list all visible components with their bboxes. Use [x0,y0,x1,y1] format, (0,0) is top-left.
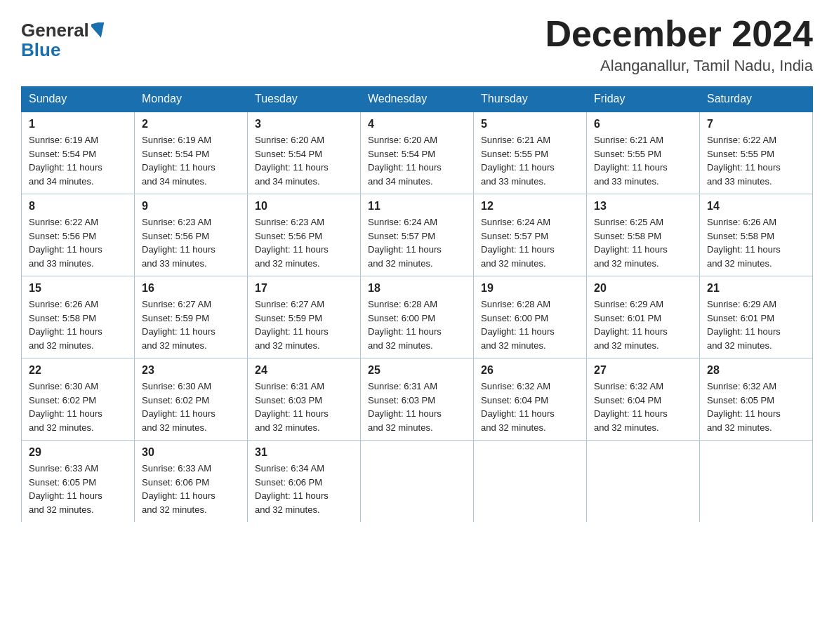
day-info: Sunrise: 6:32 AM Sunset: 6:04 PM Dayligh… [594,380,692,434]
calendar-cell: 6 Sunrise: 6:21 AM Sunset: 5:55 PM Dayli… [587,112,700,194]
col-monday: Monday [135,87,248,112]
day-number: 6 [594,118,692,130]
calendar-cell: 21 Sunrise: 6:29 AM Sunset: 6:01 PM Dayl… [700,276,813,358]
logo-blue-text: Blue [21,41,60,59]
day-number: 18 [368,282,466,295]
day-number: 8 [29,200,127,213]
day-number: 26 [481,364,579,377]
day-info: Sunrise: 6:26 AM Sunset: 5:58 PM Dayligh… [707,215,805,270]
day-number: 24 [255,364,353,377]
calendar-body: 1 Sunrise: 6:19 AM Sunset: 5:54 PM Dayli… [22,112,813,522]
day-info: Sunrise: 6:31 AM Sunset: 6:03 PM Dayligh… [255,380,353,434]
day-number: 3 [255,118,353,130]
day-info: Sunrise: 6:24 AM Sunset: 5:57 PM Dayligh… [481,215,579,270]
day-info: Sunrise: 6:30 AM Sunset: 6:02 PM Dayligh… [142,380,240,434]
calendar-cell: 3 Sunrise: 6:20 AM Sunset: 5:54 PM Dayli… [248,112,361,194]
calendar-cell: 24 Sunrise: 6:31 AM Sunset: 6:03 PM Dayl… [248,358,361,441]
calendar-cell: 28 Sunrise: 6:32 AM Sunset: 6:05 PM Dayl… [700,358,813,441]
day-info: Sunrise: 6:20 AM Sunset: 5:54 PM Dayligh… [255,133,353,188]
calendar-cell: 29 Sunrise: 6:33 AM Sunset: 6:05 PM Dayl… [22,441,135,523]
day-info: Sunrise: 6:34 AM Sunset: 6:06 PM Dayligh… [255,462,353,516]
calendar-cell: 14 Sunrise: 6:26 AM Sunset: 5:58 PM Dayl… [700,194,813,276]
day-info: Sunrise: 6:27 AM Sunset: 5:59 PM Dayligh… [255,297,353,352]
day-number: 17 [255,282,353,295]
day-info: Sunrise: 6:19 AM Sunset: 5:54 PM Dayligh… [142,133,240,188]
day-info: Sunrise: 6:31 AM Sunset: 6:03 PM Dayligh… [368,380,466,434]
day-info: Sunrise: 6:32 AM Sunset: 6:05 PM Dayligh… [707,380,805,434]
col-thursday: Thursday [474,87,587,112]
day-number: 22 [29,364,127,377]
day-info: Sunrise: 6:20 AM Sunset: 5:54 PM Dayligh… [368,133,466,188]
day-info: Sunrise: 6:28 AM Sunset: 6:00 PM Dayligh… [481,297,579,352]
calendar-cell: 18 Sunrise: 6:28 AM Sunset: 6:00 PM Dayl… [361,276,474,358]
day-number: 1 [29,118,127,130]
day-number: 29 [29,446,127,459]
day-number: 19 [481,282,579,295]
day-info: Sunrise: 6:28 AM Sunset: 6:00 PM Dayligh… [368,297,466,352]
calendar-cell: 26 Sunrise: 6:32 AM Sunset: 6:04 PM Dayl… [474,358,587,441]
calendar-cell: 31 Sunrise: 6:34 AM Sunset: 6:06 PM Dayl… [248,441,361,523]
day-info: Sunrise: 6:23 AM Sunset: 5:56 PM Dayligh… [142,215,240,270]
week-row-1: 1 Sunrise: 6:19 AM Sunset: 5:54 PM Dayli… [22,112,813,194]
day-number: 11 [368,200,466,213]
col-friday: Friday [587,87,700,112]
day-info: Sunrise: 6:29 AM Sunset: 6:01 PM Dayligh… [594,297,692,352]
calendar-cell: 30 Sunrise: 6:33 AM Sunset: 6:06 PM Dayl… [135,441,248,523]
location-title: Alanganallur, Tamil Nadu, India [545,57,813,75]
logo-triangle-icon [91,22,107,38]
calendar-cell: 8 Sunrise: 6:22 AM Sunset: 5:56 PM Dayli… [22,194,135,276]
calendar-header: Sunday Monday Tuesday Wednesday Thursday… [22,87,813,112]
week-row-4: 22 Sunrise: 6:30 AM Sunset: 6:02 PM Dayl… [22,358,813,441]
calendar-cell: 2 Sunrise: 6:19 AM Sunset: 5:54 PM Dayli… [135,112,248,194]
weekday-row: Sunday Monday Tuesday Wednesday Thursday… [22,87,813,112]
day-number: 10 [255,200,353,213]
col-tuesday: Tuesday [248,87,361,112]
day-number: 30 [142,446,240,459]
day-info: Sunrise: 6:29 AM Sunset: 6:01 PM Dayligh… [707,297,805,352]
day-number: 20 [594,282,692,295]
svg-marker-0 [91,22,107,38]
calendar-cell: 11 Sunrise: 6:24 AM Sunset: 5:57 PM Dayl… [361,194,474,276]
calendar-cell: 19 Sunrise: 6:28 AM Sunset: 6:00 PM Dayl… [474,276,587,358]
day-info: Sunrise: 6:21 AM Sunset: 5:55 PM Dayligh… [481,133,579,188]
calendar-cell: 17 Sunrise: 6:27 AM Sunset: 5:59 PM Dayl… [248,276,361,358]
day-number: 14 [707,200,805,213]
col-saturday: Saturday [700,87,813,112]
day-number: 4 [368,118,466,130]
calendar-cell: 1 Sunrise: 6:19 AM Sunset: 5:54 PM Dayli… [22,112,135,194]
day-number: 21 [707,282,805,295]
day-info: Sunrise: 6:22 AM Sunset: 5:55 PM Dayligh… [707,133,805,188]
day-info: Sunrise: 6:21 AM Sunset: 5:55 PM Dayligh… [594,133,692,188]
logo-general-text: General [21,21,89,39]
month-title: December 2024 [545,14,813,54]
day-number: 31 [255,446,353,459]
day-number: 5 [481,118,579,130]
calendar-cell: 20 Sunrise: 6:29 AM Sunset: 6:01 PM Dayl… [587,276,700,358]
week-row-3: 15 Sunrise: 6:26 AM Sunset: 5:58 PM Dayl… [22,276,813,358]
day-number: 9 [142,200,240,213]
title-area: December 2024 Alanganallur, Tamil Nadu, … [545,14,813,75]
day-number: 23 [142,364,240,377]
day-number: 12 [481,200,579,213]
calendar-cell: 12 Sunrise: 6:24 AM Sunset: 5:57 PM Dayl… [474,194,587,276]
day-info: Sunrise: 6:27 AM Sunset: 5:59 PM Dayligh… [142,297,240,352]
day-info: Sunrise: 6:32 AM Sunset: 6:04 PM Dayligh… [481,380,579,434]
calendar-table: Sunday Monday Tuesday Wednesday Thursday… [21,86,813,522]
calendar-cell: 5 Sunrise: 6:21 AM Sunset: 5:55 PM Dayli… [474,112,587,194]
calendar-cell: 10 Sunrise: 6:23 AM Sunset: 5:56 PM Dayl… [248,194,361,276]
day-info: Sunrise: 6:25 AM Sunset: 5:58 PM Dayligh… [594,215,692,270]
day-info: Sunrise: 6:24 AM Sunset: 5:57 PM Dayligh… [368,215,466,270]
calendar-cell [474,441,587,523]
col-sunday: Sunday [22,87,135,112]
calendar-cell: 27 Sunrise: 6:32 AM Sunset: 6:04 PM Dayl… [587,358,700,441]
calendar-cell: 23 Sunrise: 6:30 AM Sunset: 6:02 PM Dayl… [135,358,248,441]
week-row-2: 8 Sunrise: 6:22 AM Sunset: 5:56 PM Dayli… [22,194,813,276]
day-number: 2 [142,118,240,130]
page-header: General Blue December 2024 Alanganallur,… [21,14,813,75]
day-number: 25 [368,364,466,377]
day-info: Sunrise: 6:33 AM Sunset: 6:05 PM Dayligh… [29,462,127,516]
day-number: 7 [707,118,805,130]
week-row-5: 29 Sunrise: 6:33 AM Sunset: 6:05 PM Dayl… [22,441,813,523]
day-info: Sunrise: 6:30 AM Sunset: 6:02 PM Dayligh… [29,380,127,434]
calendar-cell [587,441,700,523]
